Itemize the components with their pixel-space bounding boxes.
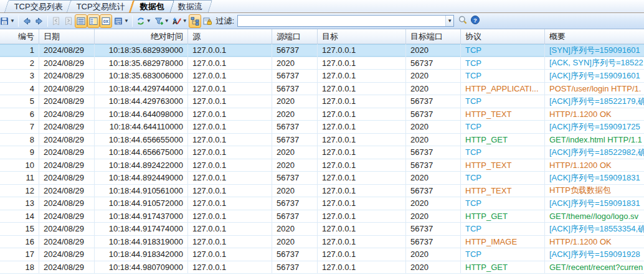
- tab-packets[interactable]: 数据包: [129, 0, 174, 12]
- filter-funnel-button[interactable]: ▼: [153, 14, 171, 28]
- svg-text:HEX: HEX: [115, 22, 121, 25]
- cell-dport: 56737: [406, 108, 461, 121]
- packet-row[interactable]: 82024/08/2910:18:44.656655000127.0.0.156…: [0, 134, 644, 147]
- cell-time: 10:18:35.683006000: [95, 70, 188, 82]
- packet-row[interactable]: 172024/08/2910:18:44.918342000127.0.0.15…: [0, 248, 644, 261]
- cell-id: 16: [0, 236, 39, 248]
- cell-src: 127.0.0.1: [188, 70, 272, 82]
- packet-row[interactable]: 132024/08/2910:18:44.910572000127.0.0.15…: [0, 197, 644, 210]
- cell-id: 2: [0, 57, 39, 70]
- cell-src: 127.0.0.1: [188, 223, 272, 235]
- toolbar: ▼0XHEX▼▼▼A▼ 过滤: ▼ ?: [0, 13, 644, 29]
- back-arrow-button[interactable]: [21, 14, 33, 28]
- packet-row[interactable]: 12024/08/2910:18:35.682939000127.0.0.156…: [0, 44, 644, 57]
- cell-dport: 2020: [406, 83, 461, 95]
- refresh-button[interactable]: ▼: [135, 14, 153, 28]
- column-header-id[interactable]: 编号: [0, 29, 39, 44]
- cell-date: 2024/08/29: [39, 197, 95, 210]
- cell-date: 2024/08/29: [39, 248, 95, 261]
- cell-sport: 56737: [272, 70, 318, 82]
- packet-row[interactable]: 162024/08/2910:18:44.918319000127.0.0.12…: [0, 236, 644, 249]
- packet-row[interactable]: 142024/08/2910:18:44.917437000127.0.0.15…: [0, 210, 644, 223]
- cell-dst: 127.0.0.1: [318, 210, 406, 223]
- next-bookmark-button[interactable]: [62, 14, 75, 28]
- cell-id: 3: [0, 70, 39, 82]
- cell-time: 10:18:44.656675000: [95, 146, 188, 159]
- column-header-dst[interactable]: 目标: [318, 29, 406, 44]
- cell-time: 10:18:35.682978000: [95, 57, 188, 70]
- tab-tcp-transaction-list[interactable]: TCP交易列表: [4, 0, 73, 12]
- packet-row[interactable]: 42024/08/2910:18:44.429744000127.0.0.156…: [0, 83, 644, 96]
- cell-time: 10:18:44.644098000: [95, 108, 188, 121]
- detail-view-button[interactable]: [87, 14, 100, 28]
- cell-id: 9: [0, 146, 39, 159]
- cell-src: 127.0.0.1: [188, 95, 272, 108]
- cell-dport: 2020: [406, 121, 461, 133]
- cell-time: 10:18:44.656655000: [95, 134, 188, 146]
- column-header-summary[interactable]: 概要: [545, 29, 644, 44]
- column-header-proto[interactable]: 协议: [461, 29, 545, 44]
- cell-proto: HTTP_APPLICATI...: [461, 83, 545, 95]
- cell-date: 2024/08/29: [39, 95, 95, 108]
- list-view-button[interactable]: [75, 14, 87, 28]
- packet-row[interactable]: 92024/08/2910:18:44.656675000127.0.0.120…: [0, 146, 644, 159]
- svg-text:0X: 0X: [103, 19, 109, 24]
- hex-view-button[interactable]: 0X: [100, 14, 112, 28]
- cell-summary: [ACK, SYN]序列号=18522: [545, 57, 644, 70]
- cell-dst: 127.0.0.1: [318, 57, 406, 70]
- packet-row[interactable]: 152024/08/2910:18:44.917474000127.0.0.12…: [0, 223, 644, 236]
- cell-sport: 2020: [272, 236, 318, 248]
- table-body: 12024/08/2910:18:35.682939000127.0.0.156…: [0, 44, 644, 274]
- tab-tcp-transaction-stats[interactable]: TCP交易统计: [67, 0, 135, 12]
- packet-row[interactable]: 182024/08/2910:18:44.980709000127.0.0.15…: [0, 261, 644, 274]
- cell-summary: [ACK]序列号=18522982,确: [545, 146, 644, 159]
- help-button[interactable]: ?: [469, 14, 481, 28]
- filter-label: 过滤:: [216, 16, 235, 27]
- cell-date: 2024/08/29: [39, 108, 95, 121]
- packet-row[interactable]: 122024/08/2910:18:44.910561000127.0.0.12…: [0, 185, 644, 198]
- packet-columns-button[interactable]: HEX▼: [112, 14, 130, 28]
- cell-id: 12: [0, 185, 39, 197]
- column-header-src[interactable]: 源: [188, 29, 272, 44]
- cell-id: 1: [0, 44, 39, 57]
- packet-row[interactable]: 52024/08/2910:18:44.429763000127.0.0.120…: [0, 95, 644, 108]
- cell-time: 10:18:44.892422000: [95, 159, 188, 172]
- packet-row[interactable]: 72024/08/2910:18:44.644110000127.0.0.156…: [0, 121, 644, 134]
- cell-date: 2024/08/29: [39, 172, 95, 184]
- column-header-time[interactable]: 绝对时间: [95, 29, 188, 44]
- cell-summary: [ACK]序列号=18522179,确: [545, 95, 644, 108]
- tree-view-button[interactable]: [189, 14, 201, 28]
- highlight-marker-button[interactable]: A▼: [171, 14, 189, 28]
- cell-summary: [ACK]序列号=18553354,确: [545, 223, 644, 235]
- cell-dst: 127.0.0.1: [318, 159, 406, 172]
- cell-time: 10:18:44.910572000: [95, 197, 188, 210]
- packet-analyzer-window: TCP交易列表TCP交易统计数据包数据流 ▼0XHEX▼▼▼A▼ 过滤: ▼ ?…: [0, 0, 644, 275]
- packet-row[interactable]: 112024/08/2910:18:44.892449000127.0.0.15…: [0, 172, 644, 185]
- decode-lock-button[interactable]: [201, 14, 214, 28]
- cell-sport: 56737: [272, 261, 318, 274]
- packet-row[interactable]: 102024/08/2910:18:44.892422000127.0.0.12…: [0, 159, 644, 172]
- cell-sport: 2020: [272, 146, 318, 159]
- cell-date: 2024/08/29: [39, 44, 95, 57]
- prev-bookmark-button[interactable]: [50, 14, 62, 28]
- column-header-date[interactable]: 日期: [39, 29, 95, 44]
- forward-arrow-button[interactable]: [33, 14, 45, 28]
- filter-dropdown-icon[interactable]: ▼: [445, 16, 453, 26]
- search-button[interactable]: [457, 14, 469, 28]
- tab-data-stream[interactable]: 数据流: [168, 0, 212, 12]
- cell-date: 2024/08/29: [39, 83, 95, 95]
- detail-view-icon: [88, 16, 98, 26]
- cell-summary: GET/theme//logo/logo.sv: [545, 210, 644, 223]
- filter-input[interactable]: [238, 16, 445, 26]
- cell-id: 8: [0, 134, 39, 146]
- cell-dst: 127.0.0.1: [318, 197, 406, 210]
- packet-row[interactable]: 62024/08/2910:18:44.644098000127.0.0.120…: [0, 108, 644, 121]
- cell-summary: HTTP/1.1200 OK: [545, 236, 644, 248]
- packet-row[interactable]: 22024/08/2910:18:35.682978000127.0.0.120…: [0, 57, 644, 70]
- packet-row[interactable]: 32024/08/2910:18:35.683006000127.0.0.156…: [0, 70, 644, 83]
- cell-date: 2024/08/29: [39, 70, 95, 82]
- column-header-dport[interactable]: 目标端口: [406, 29, 461, 44]
- save-button[interactable]: ▼: [0, 14, 16, 28]
- cell-dst: 127.0.0.1: [318, 223, 406, 235]
- column-header-sport[interactable]: 源端口: [272, 29, 318, 44]
